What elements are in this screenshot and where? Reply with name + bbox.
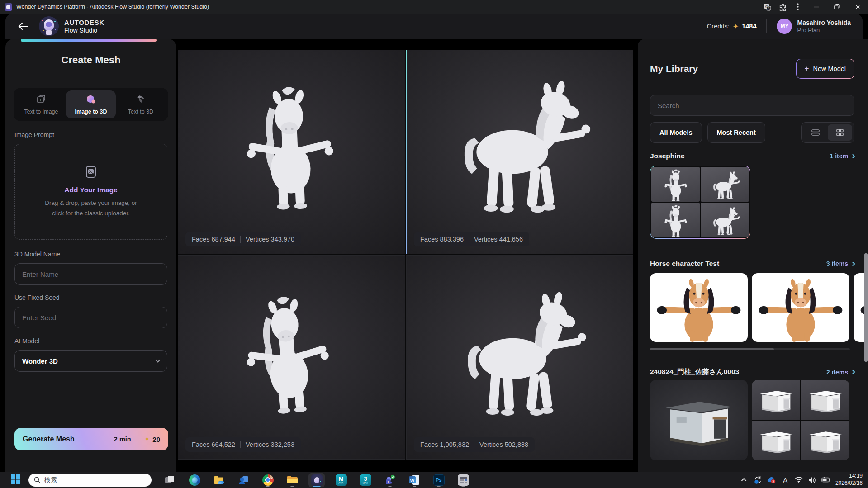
extensions-puzzle-icon[interactable] bbox=[775, 0, 790, 14]
credits-balance: Credits: ✦ 1484 bbox=[707, 22, 757, 31]
tab-label: Image to 3D bbox=[75, 109, 107, 115]
library-item-gate-variants[interactable] bbox=[752, 380, 849, 460]
task-view-button[interactable] bbox=[158, 472, 182, 488]
filter-all-models[interactable]: All Models bbox=[650, 122, 702, 143]
section-name-josephine: Josephine bbox=[650, 152, 685, 160]
list-view-button[interactable] bbox=[803, 124, 828, 141]
photoshop-app-icon[interactable]: Ps bbox=[427, 472, 451, 488]
add-image-icon bbox=[84, 165, 98, 180]
file-explorer-icon[interactable] bbox=[280, 472, 304, 488]
window-title: Wonder Dynamics Platform - Autodesk Flow… bbox=[16, 4, 209, 10]
generate-mesh-button[interactable]: Generate Mesh 2 min ✦ 20 bbox=[14, 428, 168, 450]
section-link-gate[interactable]: 2 items bbox=[826, 369, 854, 376]
restore-button[interactable] bbox=[826, 0, 847, 14]
user-plan: Pro Plan bbox=[797, 27, 851, 34]
translate-icon[interactable]: G文 bbox=[759, 0, 775, 14]
chevron-right-icon bbox=[851, 154, 855, 158]
library-title: My Library bbox=[650, 63, 698, 74]
grid-view-button[interactable] bbox=[828, 124, 852, 141]
gate-model-thumb bbox=[805, 385, 846, 415]
minimize-button[interactable] bbox=[806, 0, 826, 14]
taskbar-search-box[interactable] bbox=[28, 474, 152, 487]
close-button[interactable] bbox=[847, 0, 868, 14]
edge-browser-icon[interactable] bbox=[182, 472, 207, 488]
volume-icon[interactable] bbox=[806, 472, 819, 488]
ai-model-value: Wonder 3D bbox=[22, 357, 58, 365]
mesh-stats-badge: Faces 883,396 Vertices 441,656 bbox=[414, 232, 529, 246]
model-name-input[interactable] bbox=[14, 263, 167, 285]
3dsmax-app-icon[interactable]: 3MAX bbox=[353, 472, 378, 488]
mesh-stats-badge: Faces 664,522 Vertices 332,253 bbox=[185, 437, 301, 452]
chevron-right-icon bbox=[851, 261, 855, 266]
vertical-scrollbar-thumb[interactable] bbox=[864, 253, 868, 362]
start-button[interactable] bbox=[11, 474, 20, 486]
plus-icon: + bbox=[805, 64, 809, 73]
app-favicon bbox=[5, 3, 12, 11]
brand-autodesk: AUTODESK bbox=[64, 19, 104, 26]
cartoon-horse-thumb bbox=[755, 278, 846, 342]
tab-image-to-3d[interactable]: Image to 3D bbox=[66, 90, 116, 118]
svg-text:T: T bbox=[387, 480, 389, 484]
teams-app-icon[interactable]: T bbox=[378, 472, 402, 488]
user-avatar[interactable]: MY bbox=[777, 19, 792, 34]
model-thumb bbox=[708, 204, 742, 236]
clock-date: 2026/02/16 bbox=[835, 480, 863, 487]
people-app-icon[interactable] bbox=[231, 472, 256, 488]
onedrive-folder-icon[interactable] bbox=[207, 472, 231, 488]
tab-text-to-3d[interactable]: Text to 3D bbox=[116, 90, 166, 118]
wifi-icon[interactable] bbox=[792, 472, 806, 488]
taskbar-clock[interactable]: 14:19 2026/02/16 bbox=[835, 473, 863, 487]
ime-mode-indicator[interactable]: A bbox=[778, 472, 792, 488]
credits-value: 1484 bbox=[742, 23, 756, 30]
calculator-app-icon[interactable] bbox=[451, 472, 475, 488]
library-item-horse-1[interactable] bbox=[650, 273, 748, 342]
browser-menu-icon[interactable] bbox=[790, 0, 806, 14]
mesh-result-2-selected[interactable]: Faces 883,396 Vertices 441,656 bbox=[406, 50, 633, 254]
flow-studio-app-active[interactable] bbox=[304, 472, 329, 488]
new-model-button[interactable]: + New Model bbox=[796, 59, 854, 79]
filter-most-recent[interactable]: Most Recent bbox=[707, 122, 765, 143]
create-mesh-panel: Create Mesh T Text to Image Image to 3D … bbox=[5, 39, 176, 472]
panel-accent-bar bbox=[21, 39, 157, 42]
library-search-input[interactable] bbox=[650, 95, 854, 116]
mesh-results-grid: Faces 687,944 Vertices 343,970 Faces 883… bbox=[178, 50, 633, 460]
view-toggle bbox=[801, 122, 854, 143]
word-app-icon[interactable]: W bbox=[402, 472, 427, 488]
section-link-horse-test[interactable]: 3 items bbox=[826, 260, 854, 267]
section-link-josephine[interactable]: 1 item bbox=[830, 152, 854, 160]
horse-model-preview bbox=[450, 280, 590, 421]
horizontal-scrollbar[interactable] bbox=[650, 348, 850, 350]
cost-star-icon: ✦ bbox=[144, 435, 150, 443]
tray-overflow-chevron[interactable] bbox=[738, 472, 751, 488]
brand-flow-studio: Flow Studio bbox=[64, 27, 104, 34]
clock-time: 14:19 bbox=[835, 473, 863, 480]
user-info[interactable]: Masahiro Yoshida Pro Plan bbox=[797, 19, 851, 33]
image-upload-dropzone[interactable]: Add Your Image Drag & drop, paste your i… bbox=[14, 144, 167, 240]
seed-input[interactable] bbox=[14, 307, 167, 328]
ai-model-select[interactable]: Wonder 3D bbox=[14, 350, 167, 372]
library-item-gate-textured[interactable] bbox=[650, 380, 748, 460]
scrollbar-thumb[interactable] bbox=[650, 348, 774, 350]
windows-taskbar: MAYA 3MAX T W Ps A bbox=[0, 472, 868, 488]
mesh-result-1[interactable]: Faces 687,944 Vertices 343,970 bbox=[178, 50, 405, 254]
back-button[interactable] bbox=[17, 20, 29, 32]
svg-text:W: W bbox=[410, 478, 414, 483]
horse-model-preview bbox=[240, 79, 339, 212]
mesh-stats-badge: Faces 1,005,832 Vertices 502,888 bbox=[414, 437, 535, 452]
chrome-browser-icon[interactable] bbox=[256, 472, 280, 488]
model-thumb bbox=[662, 168, 690, 201]
library-item-josephine[interactable] bbox=[650, 166, 750, 239]
taskbar-search-input[interactable] bbox=[44, 476, 135, 483]
maya-app-icon[interactable]: MAYA bbox=[329, 472, 353, 488]
tab-text-to-image[interactable]: T Text to Image bbox=[16, 90, 66, 118]
battery-icon[interactable] bbox=[819, 472, 833, 488]
mesh-result-4[interactable]: Faces 1,005,832 Vertices 502,888 bbox=[406, 255, 633, 460]
flow-studio-logo[interactable] bbox=[39, 16, 59, 36]
library-item-horse-2[interactable] bbox=[752, 273, 849, 342]
tab-label: Text to Image bbox=[24, 109, 58, 115]
mesh-result-3[interactable]: Faces 664,522 Vertices 332,253 bbox=[178, 255, 405, 460]
chevron-right-icon bbox=[851, 370, 855, 374]
app-header: AUTODESK Flow Studio Credits: ✦ 1484 MY … bbox=[5, 14, 863, 39]
sync-status-icon[interactable] bbox=[751, 472, 765, 488]
onedrive-error-icon[interactable] bbox=[765, 472, 778, 488]
